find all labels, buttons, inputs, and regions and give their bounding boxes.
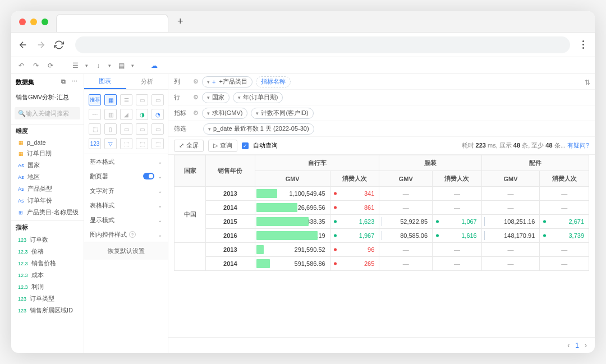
cell-gmv: 291,590.52 bbox=[255, 243, 330, 257]
new-tab-button[interactable]: + bbox=[177, 16, 183, 27]
metric-chip-gmv[interactable]: ▾求和(GMV) bbox=[202, 108, 247, 119]
style-option[interactable]: 图内控件样式?⌄ bbox=[84, 227, 168, 242]
next-page-button[interactable]: › bbox=[585, 342, 587, 349]
dataset-name[interactable]: 销售GMV分析-汇总 bbox=[11, 90, 84, 105]
fullscreen-button[interactable]: ⤢ 全屏 bbox=[174, 140, 204, 152]
field-type-icon: Aꜱ bbox=[17, 186, 25, 192]
style-option[interactable]: 表格样式⌄ bbox=[84, 198, 168, 213]
url-bar[interactable] bbox=[75, 36, 570, 53]
metric-name-chip[interactable]: 指标名称 bbox=[256, 76, 291, 87]
chart-type-pie[interactable]: ◑ bbox=[136, 109, 148, 120]
back-icon[interactable] bbox=[18, 40, 28, 50]
chart-type-table[interactable]: ▦ bbox=[104, 94, 117, 105]
field-item[interactable]: Aꜱ地区 bbox=[11, 171, 84, 183]
field-item[interactable]: Aꜱ国家 bbox=[11, 159, 84, 171]
toggle-switch[interactable] bbox=[143, 173, 154, 179]
tab-analysis[interactable]: 分析 bbox=[126, 74, 168, 89]
chart-type-1[interactable]: ☰ bbox=[120, 94, 132, 105]
field-name: 成本 bbox=[31, 271, 44, 279]
th-group-2: 服装 bbox=[379, 155, 481, 171]
table-container[interactable]: 国家 销售年份 自行车 服装 配件 GMV 消费人次 GMV 消费人次 GMV bbox=[168, 155, 595, 337]
field-item[interactable]: 12.3利润 bbox=[11, 281, 84, 293]
row-chip-year[interactable]: ▾年(订单日期) bbox=[233, 92, 283, 103]
refresh-icon[interactable]: ⟳ bbox=[46, 61, 55, 70]
minimize-icon[interactable] bbox=[30, 19, 37, 25]
cell-count: 1,067 bbox=[433, 215, 482, 229]
tab-chart[interactable]: 图表 bbox=[84, 74, 126, 89]
field-item[interactable]: ▦订单日期 bbox=[11, 148, 84, 159]
field-item[interactable]: 12.3价格 bbox=[11, 246, 84, 257]
field-item[interactable]: 12.3销售价格 bbox=[11, 257, 84, 269]
gear-icon[interactable]: ⚙ bbox=[193, 78, 199, 85]
field-item[interactable]: ▦p_date bbox=[11, 137, 84, 148]
chart-type-10[interactable]: ⬚ bbox=[136, 138, 148, 149]
dataset-header: 数据集 ⧉ ⋯ bbox=[11, 74, 84, 90]
filter-row: 筛选 ▾p_date 最近有数 1 天 (2022-05-30) bbox=[168, 121, 595, 137]
field-name: 订单日期 bbox=[27, 149, 52, 158]
chart-type-recommend[interactable]: 推荐 bbox=[89, 94, 101, 105]
chart-type-3[interactable]: ▭ bbox=[152, 94, 164, 105]
chart-type-9[interactable]: ⬚ bbox=[120, 138, 132, 149]
cell-year: 2015 bbox=[206, 215, 255, 229]
browser-menu-icon[interactable] bbox=[578, 40, 588, 49]
download-icon[interactable]: ↓ bbox=[94, 61, 103, 70]
gear-icon[interactable]: ⚙ bbox=[193, 109, 199, 117]
cloud-icon[interactable]: ☁ bbox=[150, 61, 159, 70]
prev-page-button[interactable]: ‹ bbox=[567, 342, 570, 349]
gear-icon[interactable]: ⚙ bbox=[193, 94, 199, 101]
browser-tab[interactable] bbox=[56, 14, 168, 32]
chart-type-line[interactable]: 〰 bbox=[89, 109, 101, 120]
chart-type-funnel[interactable]: ▽ bbox=[104, 138, 117, 149]
help-icon[interactable]: ? bbox=[129, 231, 136, 238]
chart-type-bar[interactable]: ▥ bbox=[104, 109, 117, 120]
field-item[interactable]: Aꜱ订单年份 bbox=[11, 195, 84, 206]
query-button[interactable]: ▷ 查询 bbox=[208, 140, 237, 152]
reload-icon[interactable] bbox=[54, 40, 64, 50]
cell-empty: — bbox=[433, 257, 482, 271]
style-option[interactable]: 显示模式⌄ bbox=[84, 213, 168, 227]
chart-type-area[interactable]: ◢ bbox=[120, 109, 132, 120]
chevron-down-icon: ⌄ bbox=[158, 173, 162, 179]
undo-icon[interactable]: ↶ bbox=[17, 61, 26, 70]
chart-type-4[interactable]: ⬚ bbox=[89, 123, 101, 135]
chart-type-6[interactable]: ▭ bbox=[120, 123, 132, 135]
list-icon[interactable]: ☰ bbox=[71, 61, 80, 70]
chart-type-11[interactable]: ⬚ bbox=[152, 138, 164, 149]
forward-icon[interactable] bbox=[36, 40, 46, 50]
style-option[interactable]: 文字对齐⌄ bbox=[84, 183, 168, 198]
column-chip[interactable]: ▾++产品类目 bbox=[202, 76, 252, 87]
filter-chip[interactable]: ▾p_date 最近有数 1 天 (2022-05-30) bbox=[203, 123, 314, 135]
field-item[interactable]: Aꜱ产品类型 bbox=[11, 183, 84, 195]
field-item[interactable]: 12.3成本 bbox=[11, 269, 84, 281]
cell-empty: — bbox=[481, 257, 540, 271]
auto-query-checkbox[interactable]: ✓ bbox=[242, 142, 249, 149]
metric-chip-customers[interactable]: ▾计数不同(客户ID) bbox=[251, 108, 313, 119]
help-link[interactable]: 有疑问? bbox=[567, 142, 589, 149]
more-icon[interactable]: ⋯ bbox=[71, 78, 79, 86]
save-icon[interactable]: ▤ bbox=[117, 61, 126, 70]
reset-defaults-button[interactable]: 恢复默认设置 bbox=[84, 242, 168, 260]
chart-type-number[interactable]: 123 bbox=[89, 138, 101, 149]
rows-row: 行 ⚙ ▾国家 ▾年(订单日期) bbox=[168, 90, 595, 105]
chart-type-5[interactable]: ▯ bbox=[104, 123, 117, 135]
style-option[interactable]: 翻页器⌄ bbox=[84, 169, 168, 183]
maximize-icon[interactable] bbox=[42, 19, 48, 25]
chart-type-gauge[interactable]: ◔ bbox=[152, 109, 164, 120]
field-item[interactable]: 123订单数 bbox=[11, 234, 84, 246]
swap-icon[interactable]: ⇅ bbox=[585, 79, 590, 86]
config-tabs: 图表 分析 bbox=[84, 74, 168, 90]
redo-icon[interactable]: ↷ bbox=[31, 61, 40, 70]
field-item[interactable]: 123订单类型 bbox=[11, 293, 84, 305]
close-icon[interactable] bbox=[19, 19, 26, 25]
style-option[interactable]: 基本格式⌄ bbox=[84, 154, 168, 169]
chart-type-7[interactable]: ▭ bbox=[136, 123, 148, 135]
copy-icon[interactable]: ⧉ bbox=[61, 78, 69, 86]
field-item[interactable]: ⊞产品类目-名称层级 bbox=[11, 206, 84, 218]
field-item[interactable]: 123销售所属区域ID bbox=[11, 305, 84, 316]
chart-type-2[interactable]: ▭ bbox=[136, 94, 148, 105]
main-panel: ⇅ 列 ⚙ ▾++产品类目 指标名称 行 ⚙ ▾国家 ▾年(订单日期) 指标 ⚙… bbox=[168, 74, 595, 353]
cell-count: 2,671 bbox=[540, 215, 589, 229]
row-chip-country[interactable]: ▾国家 bbox=[202, 92, 229, 103]
chart-type-8[interactable]: ▭ bbox=[152, 123, 164, 135]
field-search[interactable]: 🔍 输入关键词搜索 bbox=[15, 107, 80, 119]
